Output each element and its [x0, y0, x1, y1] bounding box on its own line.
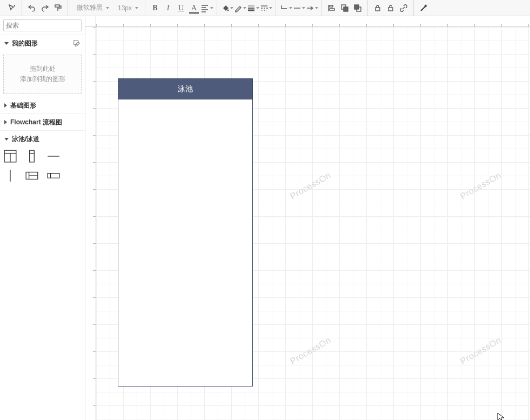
category-header-pool[interactable]: 泳池/泳道	[0, 131, 85, 147]
chevron-down-icon	[289, 7, 292, 9]
category-body-my-shapes: 拖到此处 添加到我的图形	[0, 51, 85, 97]
align-button[interactable]	[325, 2, 338, 15]
format-painter-icon	[53, 4, 62, 12]
ruler-horizontal[interactable]	[96, 16, 530, 27]
line-start-button[interactable]	[292, 2, 305, 15]
italic-button[interactable]: I	[162, 2, 175, 15]
svg-rect-3	[330, 9, 334, 10]
caret-down-icon	[4, 42, 9, 45]
line-plain-icon	[293, 4, 301, 12]
sidebar: 我的图形 拖到此处 添加到我的图形 基础图形 Flowchart 流程图	[0, 16, 85, 420]
cursor-sparkle-icon	[8, 4, 16, 12]
caret-down-icon	[4, 138, 9, 141]
fill-color-button[interactable]	[220, 2, 233, 15]
shape-horizontal-separator[interactable]	[46, 149, 61, 163]
category-header-my-shapes[interactable]: 我的图形	[0, 35, 85, 51]
watermark: ProcessOn	[459, 170, 502, 201]
line-weight-icon	[247, 4, 256, 12]
caret-right-icon	[4, 120, 7, 124]
search-input[interactable]	[6, 22, 85, 29]
svg-rect-9	[388, 8, 393, 11]
search-box[interactable]	[3, 19, 82, 31]
chevron-down-icon	[315, 7, 318, 9]
shape-vertical-pool[interactable]	[3, 149, 17, 163]
chevron-down-icon	[302, 7, 305, 9]
edit-icon[interactable]	[73, 39, 80, 47]
tb-group-textstyle: B I U A	[145, 0, 217, 16]
my-shapes-dropzone[interactable]: 拖到此处 添加到我的图形	[3, 55, 82, 94]
vseparator-icon	[3, 169, 17, 183]
pointer-tool-button[interactable]	[5, 2, 18, 15]
font-size-value: 13px	[118, 4, 132, 12]
font-size-select[interactable]: 13px	[112, 4, 142, 12]
dropzone-text-1: 拖到此处	[30, 64, 56, 74]
unlock-icon	[386, 4, 395, 12]
tb-group-history	[22, 0, 68, 16]
line-style-icon	[260, 4, 269, 12]
pencil-icon	[234, 4, 243, 12]
shape-pool-instance[interactable]: 泳池	[118, 78, 253, 386]
format-painter-button[interactable]	[51, 2, 64, 15]
line-color-button[interactable]	[233, 2, 246, 15]
bold-icon: B	[150, 4, 160, 12]
text-color-button[interactable]: A	[187, 2, 200, 15]
category-header-basic[interactable]: 基础图形	[0, 97, 85, 114]
bring-front-button[interactable]	[338, 2, 351, 15]
link-button[interactable]	[397, 2, 410, 15]
pool-title[interactable]: 泳池	[118, 79, 252, 99]
category-label: 基础图形	[10, 101, 36, 110]
paint-bucket-icon	[221, 4, 230, 12]
chevron-down-icon	[269, 7, 272, 9]
svg-rect-5	[344, 7, 348, 11]
canvas[interactable]: ProcessOn ProcessOn ProcessOn ProcessOn …	[96, 27, 530, 420]
watermark: ProcessOn	[459, 335, 502, 366]
magic-button[interactable]	[417, 2, 430, 15]
connector-type-button[interactable]	[279, 2, 292, 15]
tb-group-magic	[414, 0, 433, 16]
category-my-shapes: 我的图形 拖到此处 添加到我的图形	[0, 35, 85, 97]
send-back-button[interactable]	[351, 2, 364, 15]
align-left-icon	[200, 4, 209, 12]
text-align-button[interactable]	[200, 2, 213, 15]
line-end-button[interactable]	[305, 2, 318, 15]
shape-horizontal-pool[interactable]	[25, 169, 39, 183]
category-header-flowchart[interactable]: Flowchart 流程图	[0, 114, 85, 130]
tb-group-font: 微软雅黑 13px	[68, 0, 145, 16]
line-style-button[interactable]	[259, 2, 272, 15]
canvas-wrap: ProcessOn ProcessOn ProcessOn ProcessOn …	[85, 16, 530, 420]
shape-horizontal-lane[interactable]	[46, 169, 61, 183]
ruler-corner	[85, 16, 96, 27]
category-flowchart: Flowchart 流程图	[0, 114, 85, 130]
text-color-icon: A	[189, 4, 199, 12]
bring-front-icon	[340, 4, 349, 12]
unlock-button[interactable]	[384, 2, 397, 15]
tb-group-pointer	[2, 0, 22, 16]
vertical-lane-icon	[25, 149, 39, 163]
hseparator-icon	[46, 149, 61, 163]
svg-rect-22	[48, 174, 59, 178]
svg-rect-15	[30, 150, 35, 162]
line-arrow-icon	[306, 4, 314, 12]
connector-elbow-icon	[280, 4, 289, 12]
tb-group-lock-link	[368, 0, 414, 16]
shape-vertical-lane[interactable]	[25, 149, 39, 163]
font-family-select[interactable]: 微软雅黑	[71, 3, 112, 12]
redo-button[interactable]	[38, 2, 51, 15]
shape-vertical-separator[interactable]	[3, 169, 17, 183]
bold-button[interactable]: B	[149, 2, 162, 15]
lock-button[interactable]	[371, 2, 384, 15]
category-label: 我的图形	[12, 39, 38, 48]
category-basic: 基础图形	[0, 97, 85, 114]
category-pool: 泳池/泳道	[0, 130, 85, 188]
line-weight-button[interactable]	[246, 2, 259, 15]
chevron-down-icon	[106, 7, 109, 9]
pool-shape-grid	[0, 147, 85, 188]
lock-icon	[373, 4, 382, 12]
toolbar: 微软雅黑 13px B I U A	[0, 0, 530, 16]
undo-icon	[28, 4, 36, 12]
undo-button[interactable]	[25, 2, 38, 15]
underline-icon: U	[176, 4, 186, 12]
link-icon	[399, 4, 408, 12]
ruler-vertical[interactable]	[85, 27, 96, 420]
underline-button[interactable]: U	[175, 2, 187, 15]
